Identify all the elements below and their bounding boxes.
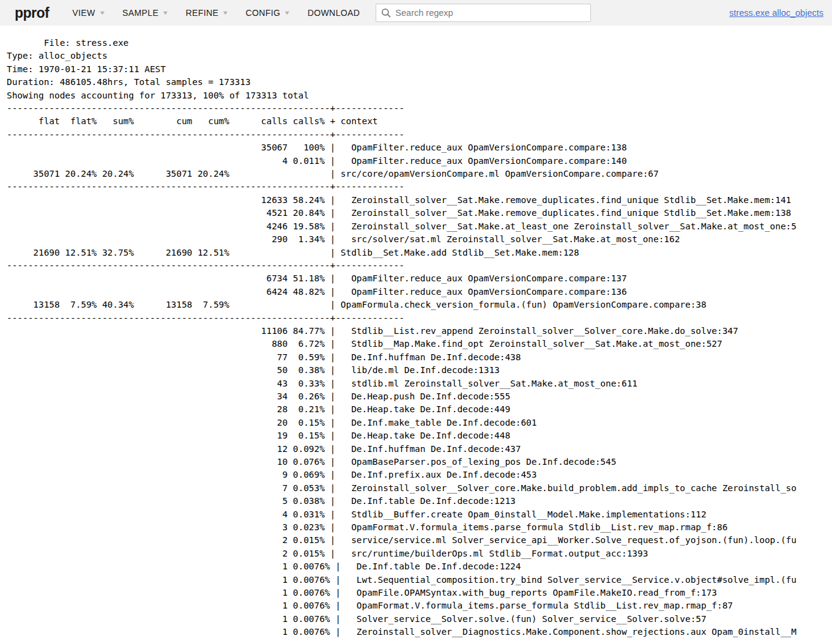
menu-view-label: VIEW — [72, 8, 95, 18]
menu-sample-label: SAMPLE — [122, 8, 158, 18]
menu-sample[interactable]: SAMPLE ▼ — [122, 8, 169, 18]
menu-config[interactable]: CONFIG ▼ — [246, 8, 291, 18]
menu-view[interactable]: VIEW ▼ — [72, 8, 105, 18]
search-box[interactable] — [376, 4, 591, 22]
menu-config-label: CONFIG — [246, 8, 281, 18]
menu-refine-label: REFINE — [185, 8, 218, 18]
profile-report-text: File: stress.exe Type: alloc_objects Tim… — [7, 37, 832, 639]
search-input[interactable] — [395, 8, 585, 18]
chevron-down-icon: ▼ — [162, 10, 169, 16]
chevron-down-icon: ▼ — [222, 10, 229, 16]
app-header: pprof VIEW ▼ SAMPLE ▼ REFINE ▼ CONFIG ▼ … — [0, 0, 832, 26]
pprof-logo: pprof — [15, 5, 49, 21]
profile-link[interactable]: stress.exe alloc_objects — [729, 8, 823, 18]
chevron-down-icon: ▼ — [284, 10, 291, 16]
menu-bar: VIEW ▼ SAMPLE ▼ REFINE ▼ CONFIG ▼ DOWNLO… — [72, 8, 360, 18]
menu-download-label: DOWNLOAD — [308, 8, 360, 18]
chevron-down-icon: ▼ — [98, 10, 106, 16]
menu-refine[interactable]: REFINE ▼ — [185, 8, 228, 18]
search-icon — [381, 8, 391, 18]
menu-download[interactable]: DOWNLOAD — [308, 8, 360, 18]
report-area: File: stress.exe Type: alloc_objects Tim… — [0, 26, 832, 639]
